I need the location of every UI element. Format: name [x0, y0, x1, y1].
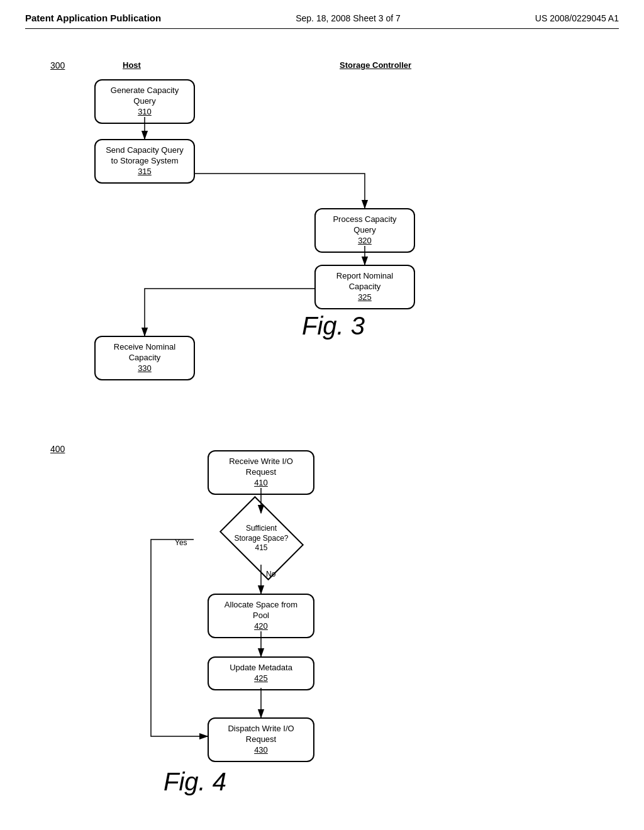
diamond-415-wrap: SufficientStorage Space? 415 Yes No	[194, 513, 329, 563]
diamond-415	[219, 496, 303, 580]
box-410: Receive Write I/O Request 410	[208, 450, 314, 495]
box-430-text: Dispatch Write I/O Request	[228, 724, 294, 744]
box-420: Allocate Space from Pool 420	[208, 594, 314, 638]
box-315: Send Capacity Query to Storage System 31…	[94, 139, 195, 184]
header-publication: Patent Application Publication	[25, 13, 161, 23]
no-label: No	[266, 570, 275, 578]
page-header: Patent Application Publication Sep. 18, …	[25, 13, 619, 29]
yes-label: Yes	[175, 538, 187, 547]
section-num-400: 400	[50, 444, 65, 454]
box-325: Report Nominal Capacity 325	[314, 265, 415, 309]
box-330-text: Receive Nominal Capacity	[114, 342, 175, 362]
box-425: Update Metadata 425	[208, 656, 314, 690]
box-310-num: 310	[103, 107, 186, 118]
box-430-num: 430	[216, 745, 306, 756]
box-425-text: Update Metadata	[230, 663, 292, 672]
box-320-num: 320	[323, 236, 406, 246]
section-num-300: 300	[50, 60, 65, 70]
diagram-area: 300 Host Storage Controller Generate Cap…	[25, 42, 619, 815]
box-315-text: Send Capacity Query to Storage System	[106, 145, 184, 165]
storage-controller-label: Storage Controller	[340, 60, 411, 70]
fig-3-label: Fig. 3	[302, 312, 365, 340]
box-330: Receive Nominal Capacity 330	[94, 336, 195, 380]
box-420-text: Allocate Space from Pool	[225, 600, 297, 620]
page: Patent Application Publication Sep. 18, …	[0, 0, 644, 830]
box-420-num: 420	[216, 621, 306, 632]
box-320-text: Process Capacity Query	[333, 214, 396, 235]
host-label: Host	[123, 60, 141, 70]
box-330-num: 330	[103, 363, 186, 374]
fig-4-label: Fig. 4	[164, 768, 226, 796]
box-430: Dispatch Write I/O Request 430	[208, 717, 314, 762]
box-325-num: 325	[323, 292, 406, 303]
box-310: Generate Capacity Query 310	[94, 79, 195, 124]
box-410-num: 410	[216, 478, 306, 489]
box-315-num: 315	[103, 167, 186, 177]
header-patent-num: US 2008/0229045 A1	[535, 13, 619, 23]
box-410-text: Receive Write I/O Request	[229, 456, 293, 477]
box-320: Process Capacity Query 320	[314, 208, 415, 253]
box-425-num: 425	[216, 673, 306, 684]
box-325-text: Report Nominal Capacity	[336, 271, 393, 291]
box-310-text: Generate Capacity Query	[111, 86, 179, 106]
header-date-sheet: Sep. 18, 2008 Sheet 3 of 7	[296, 13, 401, 23]
